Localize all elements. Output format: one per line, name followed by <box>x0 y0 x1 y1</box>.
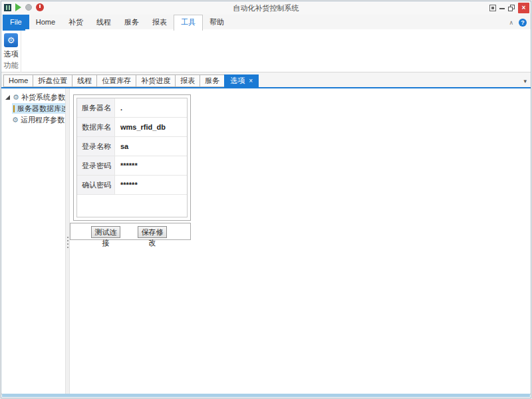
database-name-label: 数据库名 <box>77 118 115 136</box>
window-controls: × <box>489 3 529 13</box>
ribbon-tab-service[interactable]: 服务 <box>118 15 146 29</box>
tree-node-system-params[interactable]: ⚙ 补货系统参数 <box>5 92 65 102</box>
gear-icon: ⚙ <box>13 93 19 102</box>
ribbon-tab-thread[interactable]: 线程 <box>90 15 118 29</box>
form-row-password: 登录密码 ****** <box>77 156 187 176</box>
ribbon-body: ⚙ 选项 功能 <box>1 31 531 72</box>
form-row-database: 数据库名 wms_rfid_db <box>77 118 187 137</box>
form-buttons-panel: 测试连接 保存修改 <box>70 223 191 240</box>
minimize-icon[interactable] <box>499 5 505 11</box>
login-name-field[interactable]: sa <box>115 137 187 156</box>
save-changes-button[interactable]: 保存修改 <box>138 226 167 238</box>
tree-node-label: 补货系统参数 <box>21 92 65 102</box>
ribbon-tab-home[interactable]: Home <box>29 15 62 29</box>
doc-tab-report[interactable]: 报表 <box>175 74 200 87</box>
tree-node-label: 运用程序参数 <box>21 115 65 125</box>
splitter-grip-icon <box>67 235 68 250</box>
ribbon-group-function: ⚙ 选项 功能 <box>1 31 21 72</box>
login-password-label: 登录密码 <box>77 156 115 175</box>
ribbon-tab-report[interactable]: 报表 <box>146 15 174 29</box>
tab-overflow-icon[interactable]: ▾ <box>523 78 527 84</box>
options-button-label: 选项 <box>1 49 21 59</box>
gear-icon: ⚙ <box>7 35 15 45</box>
options-button[interactable]: ⚙ <box>4 33 18 47</box>
doc-tab-location-stock[interactable]: 位置库存 <box>96 74 136 87</box>
test-connection-button[interactable]: 测试连接 <box>91 226 120 238</box>
document-tab-strip: Home 拆盘位置 线程 位置库存 补货进度 报表 服务 选项 × ▾ <box>1 72 531 87</box>
gear-icon: ⚙ <box>12 116 19 124</box>
tree-node-db-connection[interactable]: 服务器数据库连接 <box>12 103 65 114</box>
tree-expander-icon[interactable] <box>5 95 10 100</box>
ribbon-tab-help[interactable]: 帮助 <box>203 15 231 29</box>
login-name-label: 登录名称 <box>77 137 115 156</box>
close-button[interactable]: × <box>518 3 529 13</box>
tab-close-icon[interactable]: × <box>249 78 253 84</box>
db-connection-panel: 服务器名 . 数据库名 wms_rfid_db 登录名称 sa 登录密码 ***… <box>73 94 191 221</box>
confirm-password-label: 确认密码 <box>77 176 115 194</box>
ribbon-group-label: 功能 <box>1 61 21 70</box>
ribbon-collapse-icon[interactable]: ∧ <box>509 19 513 26</box>
database-name-field[interactable]: wms_rfid_db <box>115 118 187 136</box>
ribbon-tab-file[interactable]: File <box>3 15 29 29</box>
doc-tab-service[interactable]: 服务 <box>200 74 225 87</box>
ribbon-tab-bar: File Home 补货 线程 服务 报表 工具 帮助 <box>1 15 531 29</box>
file-tab-underline <box>3 29 25 31</box>
form-row-server: 服务器名 . <box>77 98 187 118</box>
app-window: 自动化补货控制系统 × File Home 补货 线程 服务 报表 工具 帮助 … <box>1 1 531 398</box>
settings-tree-panel: ⚙ 补货系统参数 服务器数据库连接 ⚙ 运用程序参数 <box>3 88 65 394</box>
doc-tab-thread[interactable]: 线程 <box>72 74 97 87</box>
ribbon-tab-tools[interactable]: 工具 <box>174 15 203 31</box>
status-bar <box>2 394 530 397</box>
doc-tab-home[interactable]: Home <box>3 74 33 87</box>
db-connection-grid: 服务器名 . 数据库名 wms_rfid_db 登录名称 sa 登录密码 ***… <box>76 98 188 217</box>
form-row-confirm-password: 确认密码 ****** <box>77 176 187 195</box>
panel-splitter[interactable] <box>65 88 70 394</box>
window-options-icon[interactable] <box>489 5 496 11</box>
tree-node-app-params[interactable]: ⚙ 运用程序参数 <box>12 114 65 125</box>
doc-tab-replenish-progress[interactable]: 补货进度 <box>136 74 176 87</box>
help-icon[interactable]: ? <box>519 19 527 27</box>
server-name-label: 服务器名 <box>77 98 115 117</box>
title-bar: 自动化补货控制系统 × <box>1 1 531 15</box>
doc-tab-options[interactable]: 选项 × <box>224 74 259 87</box>
window-title: 自动化补货控制系统 <box>1 3 531 13</box>
database-icon <box>13 105 15 112</box>
form-row-login: 登录名称 sa <box>77 137 187 156</box>
ribbon-tab-replenish[interactable]: 补货 <box>62 15 90 29</box>
doc-tab-options-label: 选项 <box>230 75 245 86</box>
restore-icon[interactable] <box>508 5 515 11</box>
doc-tab-unstack-position[interactable]: 拆盘位置 <box>33 74 72 87</box>
confirm-password-field[interactable]: ****** <box>115 176 187 194</box>
login-password-field[interactable]: ****** <box>115 156 187 175</box>
server-name-field[interactable]: . <box>115 98 187 117</box>
